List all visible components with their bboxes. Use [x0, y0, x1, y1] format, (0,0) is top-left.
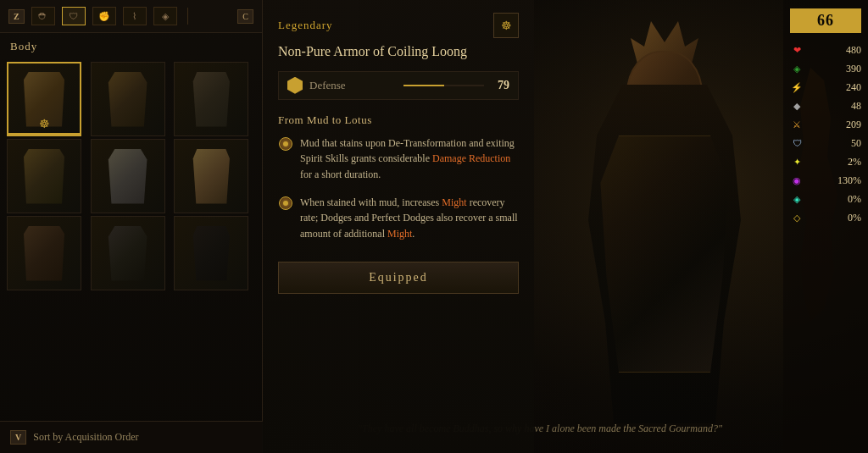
level-badge: 66: [790, 8, 861, 33]
skill-bullet-2: [278, 196, 293, 211]
stat-row-stamina: ◈ 390: [790, 62, 861, 75]
z-key: Z: [8, 9, 25, 24]
rarity-label: Legendary: [278, 19, 333, 32]
highlight-damage-reduction: Damage Reduction: [432, 152, 510, 164]
skill-bullet-icon-1: [279, 137, 292, 151]
right-stats-panel: 66 ❤ 480 ◈ 390 ⚡ 240 ◆ 48 ⚔ 209 🛡 50 ✦ 2…: [783, 0, 868, 453]
equipment-grid: ☸: [0, 58, 262, 294]
armor-item-6: [186, 149, 236, 204]
attack-value: 209: [808, 119, 861, 131]
equip-slot-5[interactable]: [91, 139, 165, 213]
equip-slot-3[interactable]: [174, 62, 248, 136]
sort-label: Sort by Acquisition Order: [33, 431, 138, 444]
stat-row-focus: ⚡ 240: [790, 80, 861, 94]
defense-fill-inner: [403, 85, 444, 86]
skill-bullet-1: [278, 136, 293, 152]
equip-slot-9[interactable]: [174, 216, 248, 290]
highlight-might-1: Might: [442, 196, 466, 208]
item-rarity-row: Legendary ☸: [278, 13, 519, 38]
equipped-button[interactable]: Equipped: [278, 262, 519, 294]
stat-row-posture: ◆ 48: [790, 99, 861, 113]
equip-slot-1[interactable]: ☸: [7, 62, 81, 136]
nav-icon-accessory[interactable]: ◈: [153, 7, 177, 25]
discovery-value: 0%: [808, 212, 861, 224]
sort-bar: V Sort by Acquisition Order: [0, 421, 263, 453]
nav-icon-legs[interactable]: ⌇: [123, 7, 147, 25]
armor-item-2: [103, 72, 153, 127]
stat-row-spirit: ◉ 130%: [790, 174, 861, 187]
defense-fill-bar: [403, 85, 484, 86]
defense-stat-value: 50: [808, 137, 861, 150]
equip-slot-2[interactable]: [91, 62, 165, 136]
center-panel: Legendary ☸ Non-Pure Armor of Coiling Lo…: [263, 0, 534, 453]
equip-slot-4[interactable]: [7, 139, 81, 213]
skill-entry-2: When stained with mud, increases Might r…: [278, 195, 519, 242]
stat-row-defense: 🛡 50: [790, 136, 861, 150]
equip-slot-8[interactable]: [91, 216, 165, 290]
focus-value: 240: [808, 81, 861, 94]
effectiveness-value: 0%: [808, 193, 861, 206]
equip-slot-7[interactable]: [7, 216, 81, 290]
hp-icon: ❤: [790, 43, 804, 57]
stat-row-hp: ❤ 480: [790, 43, 861, 57]
stamina-value: 390: [808, 63, 861, 75]
nav-icon-arms[interactable]: ✊: [92, 7, 116, 25]
armor-item-4: [19, 149, 70, 204]
stamina-icon: ◈: [790, 62, 804, 75]
defense-shield-icon: [287, 77, 303, 94]
effectiveness-icon: ◈: [790, 192, 804, 206]
defense-label: Defense: [309, 79, 390, 92]
armor-item-8: [103, 226, 153, 281]
defense-stat-icon: 🛡: [790, 136, 804, 150]
defense-row: Defense 79: [278, 71, 519, 100]
crit-value: 2%: [808, 156, 861, 168]
posture-value: 48: [808, 100, 861, 113]
skill-entry-1: Mud that stains upon De-Transformation a…: [278, 135, 519, 183]
item-name: Non-Pure Armor of Coiling Loong: [278, 43, 519, 61]
focus-icon: ⚡: [790, 80, 804, 94]
section-label: Body: [0, 33, 262, 58]
skill-text-1: Mud that stains upon De-Transformation a…: [300, 135, 519, 183]
character-silhouette: [529, 17, 800, 423]
skill-title: From Mud to Lotus: [278, 113, 519, 127]
posture-icon: ◆: [790, 99, 804, 113]
spirit-value: 130%: [808, 174, 861, 187]
nav-icon-helmet[interactable]: ⛑: [31, 7, 55, 25]
armor-item-5: [103, 149, 153, 204]
nav-bar: Z ⛑ 🛡 ✊ ⌇ ◈ C: [0, 0, 262, 33]
stat-row-discovery: ◇ 0%: [790, 211, 861, 224]
char-armor-detail: [588, 135, 741, 373]
attack-icon: ⚔: [790, 118, 804, 131]
armor-item-9: [186, 226, 236, 281]
nav-separator: [187, 8, 188, 25]
defense-value: 79: [498, 79, 509, 92]
nav-icon-body[interactable]: 🛡: [62, 7, 86, 25]
stat-row-attack: ⚔ 209: [790, 118, 861, 131]
highlight-might-2: Might: [387, 228, 412, 240]
char-body: [580, 85, 749, 423]
sort-key: V: [10, 430, 26, 445]
armor-item-3: [186, 72, 236, 127]
lotus-icon: ☸: [39, 117, 50, 131]
armor-item-7: [19, 226, 70, 281]
equip-slot-6[interactable]: [174, 139, 248, 213]
skill-text-2: When stained with mud, increases Might r…: [300, 195, 519, 242]
skill-bullet-icon-2: [279, 196, 292, 210]
stat-row-crit: ✦ 2%: [790, 155, 861, 168]
crit-icon: ✦: [790, 155, 804, 168]
left-panel: Z ⛑ 🛡 ✊ ⌇ ◈ C Body ☸: [0, 0, 263, 453]
rarity-icon: ☸: [493, 13, 519, 38]
c-key: C: [237, 9, 253, 24]
spirit-icon: ◉: [790, 174, 804, 187]
discovery-icon: ◇: [790, 211, 804, 224]
stat-row-effectiveness: ◈ 0%: [790, 192, 861, 206]
hp-value: 480: [808, 44, 861, 57]
